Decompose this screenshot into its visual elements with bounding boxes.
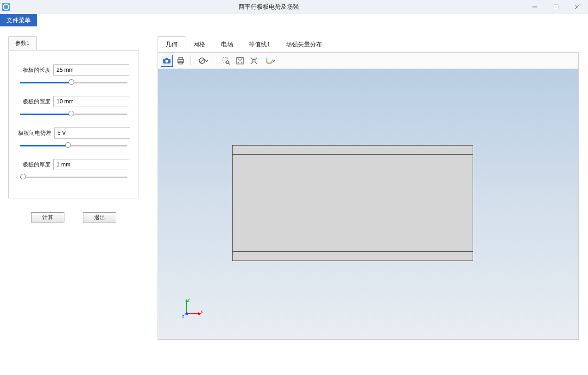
param-length-label: 极板的长度 xyxy=(18,66,51,74)
compute-button[interactable]: 计算 xyxy=(31,212,64,222)
param-length-slider[interactable] xyxy=(20,78,127,87)
axis-label-z: z xyxy=(182,314,184,318)
svg-line-16 xyxy=(238,58,239,60)
parameters-panel: 极板的长度 极板的宽度 极板间电势差 xyxy=(8,50,139,198)
viewport-frame: x y x xyxy=(158,52,579,340)
svg-line-22 xyxy=(255,57,257,59)
svg-line-17 xyxy=(241,58,242,60)
window-title: 两平行极板电势及场强 xyxy=(13,3,524,11)
toolbar-divider xyxy=(216,56,216,65)
svg-line-21 xyxy=(251,57,253,59)
svg-line-11 xyxy=(200,59,204,63)
tab-contour[interactable]: 等值线1 xyxy=(241,36,278,52)
title-bar: 两平行极板电势及场强 xyxy=(0,0,588,14)
axis-view-icon[interactable]: x xyxy=(262,55,279,67)
param-thickness-input[interactable] xyxy=(53,159,129,170)
param-voltage-slider[interactable] xyxy=(20,141,127,150)
param-voltage-input[interactable] xyxy=(54,127,130,139)
axis-triad-icon: y x z xyxy=(181,296,204,321)
svg-line-3 xyxy=(575,5,580,9)
toolbar-divider xyxy=(190,56,191,65)
view-tab-strip: 几何 网格 电场 等值线1 场强矢量分布 xyxy=(158,36,579,52)
param-tab-strip: 参数1 xyxy=(8,36,139,50)
param-tab-1[interactable]: 参数1 xyxy=(8,36,37,50)
print-icon[interactable] xyxy=(175,55,187,67)
tab-efield[interactable]: 电场 xyxy=(213,36,241,52)
tab-geometry[interactable]: 几何 xyxy=(158,36,185,52)
viewport-column: 几何 网格 电场 等值线1 场强矢量分布 xyxy=(158,36,579,340)
svg-line-14 xyxy=(228,63,230,64)
close-button[interactable] xyxy=(567,0,588,13)
svg-rect-5 xyxy=(165,58,168,59)
svg-rect-1 xyxy=(554,5,558,9)
svg-line-24 xyxy=(255,62,257,64)
svg-rect-25 xyxy=(253,60,255,62)
svg-line-19 xyxy=(241,62,242,63)
zoom-selection-icon[interactable] xyxy=(248,55,260,67)
tab-vectorfield[interactable]: 场强矢量分布 xyxy=(278,36,330,52)
parallel-plate-geometry xyxy=(232,145,473,261)
zoom-extents-icon[interactable] xyxy=(234,55,246,67)
param-width-slider[interactable] xyxy=(20,110,127,118)
param-width: 极板的宽度 xyxy=(18,96,129,118)
param-thickness-label: 极板的厚度 xyxy=(18,161,51,169)
file-menu[interactable]: 文件菜单 xyxy=(0,14,37,26)
svg-line-23 xyxy=(251,62,253,64)
svg-line-18 xyxy=(238,62,239,63)
param-width-input[interactable] xyxy=(53,96,129,107)
svg-line-2 xyxy=(575,5,580,9)
param-thickness: 极板的厚度 xyxy=(18,159,129,181)
axis-label-x: x xyxy=(201,309,203,314)
axis-label-y: y xyxy=(188,297,190,302)
block-icon[interactable] xyxy=(195,55,212,67)
svg-point-6 xyxy=(165,60,168,63)
svg-point-20 xyxy=(240,60,240,61)
exit-button[interactable]: 退出 xyxy=(83,212,116,222)
tab-mesh[interactable]: 网格 xyxy=(185,36,213,52)
parameters-column: 参数1 极板的长度 极板的宽度 xyxy=(0,36,139,340)
graphics-canvas[interactable]: y x z xyxy=(158,69,578,339)
action-buttons: 计算 退出 xyxy=(8,212,139,222)
main-body: 参数1 极板的长度 极板的宽度 xyxy=(0,27,588,340)
zoom-box-icon[interactable] xyxy=(220,55,232,67)
minimize-button[interactable] xyxy=(524,0,545,13)
app-icon xyxy=(2,3,10,11)
param-width-label: 极板的宽度 xyxy=(18,98,51,106)
param-voltage-label: 极板间电势差 xyxy=(18,129,51,137)
maximize-button[interactable] xyxy=(545,0,567,13)
window-controls xyxy=(524,0,588,13)
param-thickness-slider[interactable] xyxy=(20,173,127,181)
param-voltage: 极板间电势差 xyxy=(18,127,129,150)
menu-bar: 文件菜单 xyxy=(0,14,588,27)
svg-point-33 xyxy=(185,312,188,315)
svg-rect-8 xyxy=(179,57,183,59)
graphics-toolbar: x xyxy=(158,53,578,69)
param-length-input[interactable] xyxy=(53,64,129,76)
param-length: 极板的长度 xyxy=(18,64,129,87)
svg-rect-12 xyxy=(223,57,228,62)
snapshot-icon[interactable] xyxy=(161,55,173,67)
